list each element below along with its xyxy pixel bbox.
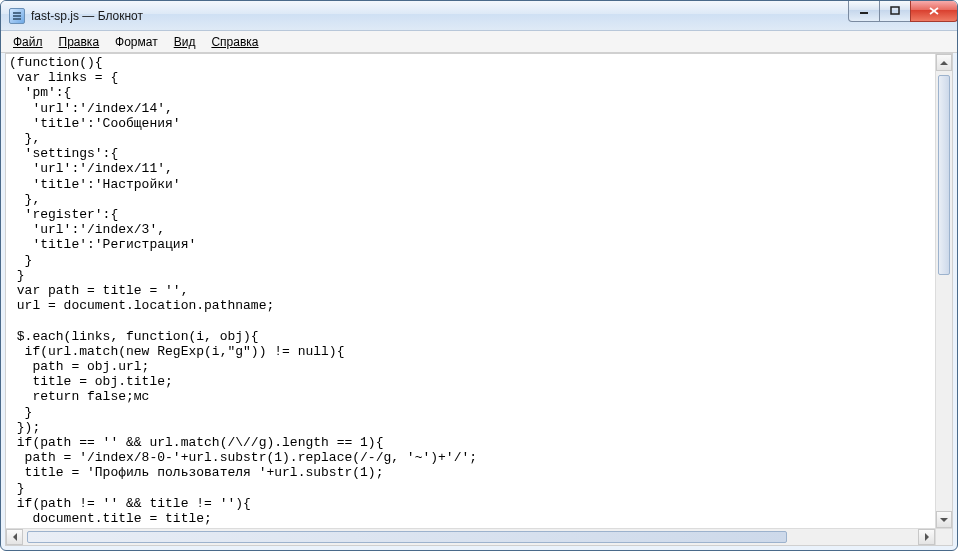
hscroll-thumb[interactable] bbox=[27, 531, 787, 543]
vscroll-thumb[interactable] bbox=[938, 75, 950, 275]
chevron-down-icon bbox=[940, 518, 948, 526]
chevron-right-icon bbox=[925, 533, 933, 541]
window-controls bbox=[849, 1, 958, 22]
menu-file[interactable]: Файл bbox=[5, 31, 51, 52]
close-button[interactable] bbox=[910, 1, 958, 22]
scroll-down-button[interactable] bbox=[936, 511, 952, 528]
close-icon bbox=[928, 6, 940, 16]
maximize-button[interactable] bbox=[879, 1, 911, 22]
scroll-left-button[interactable] bbox=[6, 529, 23, 545]
chevron-up-icon bbox=[940, 57, 948, 65]
editor-wrap: (function(){ var links = { 'pm':{ 'url':… bbox=[6, 54, 952, 545]
notepad-window: fast-sp.js — Блокнот Файл Правка Формат … bbox=[0, 0, 958, 551]
horizontal-scrollbar[interactable] bbox=[6, 528, 935, 545]
svg-rect-1 bbox=[891, 7, 899, 14]
minimize-button[interactable] bbox=[848, 1, 880, 22]
menu-edit[interactable]: Правка bbox=[51, 31, 108, 52]
chevron-left-icon bbox=[9, 533, 17, 541]
maximize-icon bbox=[890, 6, 900, 16]
window-title: fast-sp.js — Блокнот bbox=[31, 9, 143, 23]
titlebar[interactable]: fast-sp.js — Блокнот bbox=[1, 1, 957, 31]
menubar: Файл Правка Формат Вид Справка bbox=[1, 31, 957, 53]
menu-view[interactable]: Вид bbox=[166, 31, 204, 52]
menu-format[interactable]: Формат bbox=[107, 31, 166, 52]
menu-help[interactable]: Справка bbox=[203, 31, 266, 52]
scrollbar-corner bbox=[935, 528, 952, 545]
svg-rect-0 bbox=[860, 12, 868, 14]
text-editor[interactable]: (function(){ var links = { 'pm':{ 'url':… bbox=[6, 54, 935, 528]
scroll-up-button[interactable] bbox=[936, 54, 952, 71]
minimize-icon bbox=[859, 6, 869, 16]
vscroll-track[interactable] bbox=[936, 71, 952, 511]
scroll-right-button[interactable] bbox=[918, 529, 935, 545]
client-area: (function(){ var links = { 'pm':{ 'url':… bbox=[5, 53, 953, 546]
notepad-icon bbox=[9, 8, 25, 24]
vertical-scrollbar[interactable] bbox=[935, 54, 952, 528]
hscroll-track[interactable] bbox=[23, 529, 918, 545]
